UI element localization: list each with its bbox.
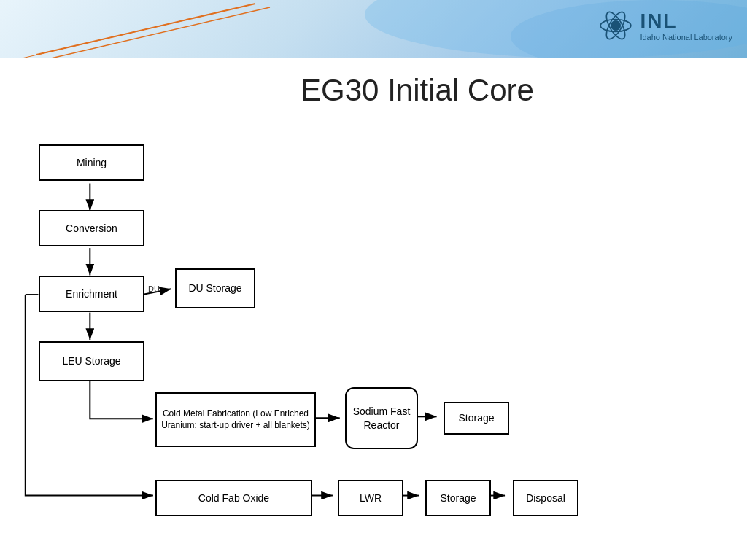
mining-box: Mining: [39, 144, 144, 181]
sfr-storage-box: Storage: [444, 402, 509, 435]
svg-line-4: [22, 9, 233, 58]
svg-point-5: [611, 20, 621, 30]
cold-fab-oxide-box: Cold Fab Oxide: [155, 480, 312, 516]
disposal-box: Disposal: [513, 480, 578, 516]
leu-storage-box: LEU Storage: [39, 341, 144, 381]
lwr-box: LWR: [338, 480, 403, 516]
flow-diagram: Mining Conversion Enrichment LEU Storage…: [15, 122, 732, 560]
cold-metal-fab-box: Cold Metal Fabrication (Low Enriched Ura…: [155, 392, 316, 447]
lwr-storage-box: Storage: [425, 480, 491, 516]
page-title: EG30 Initial Core: [102, 73, 732, 108]
conversion-box: Conversion: [39, 210, 144, 246]
svg-line-3: [51, 7, 270, 58]
du-label: DU: [148, 284, 160, 293]
inl-logo-icon: [597, 7, 634, 44]
header: INL Idaho National Laboratory: [0, 0, 747, 58]
main-content: EG30 Initial Core: [0, 58, 747, 560]
logo-text: INL Idaho National Laboratory: [640, 9, 732, 42]
du-storage-box: DU Storage: [175, 268, 255, 308]
sfr-box: Sodium Fast Reactor: [345, 387, 418, 449]
enrichment-box: Enrichment: [39, 276, 144, 312]
logo-area: INL Idaho National Laboratory: [597, 7, 732, 44]
